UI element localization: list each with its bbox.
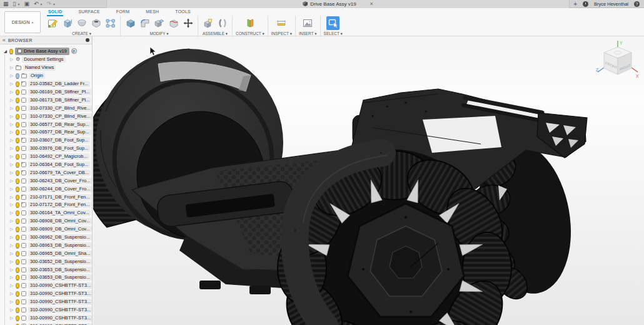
visibility-bulb-icon[interactable] [16, 130, 19, 135]
tree-row-component[interactable]: ▷ 210-06364_DB_Foot_Sup... [2, 161, 92, 169]
tree-row-component[interactable]: ▷ 300-06965_DB_Omni_Sha... [2, 249, 92, 257]
tree-row-component[interactable]: ▷ 300-06963_DB_Suspensio... [2, 241, 92, 249]
tree-row-root[interactable]: ◢ Drive Base Assy v19 ⊕ [2, 46, 92, 56]
tree-row-component[interactable]: ▷ 310-00990_CSHBTTF-ST3... [2, 322, 92, 325]
expand-triangle-icon[interactable]: ▷ [9, 210, 14, 215]
tree-row-component[interactable]: ▷ 300-06244_DB_Cover_Fro... [2, 185, 92, 193]
tree-row-component[interactable]: ▷ 310-06492_CP_Magicrob... [2, 153, 92, 161]
root-options-icon[interactable]: ⊕ [71, 48, 77, 54]
expand-triangle-icon[interactable]: ▷ [9, 73, 14, 78]
app-grid-icon[interactable]: ▦ [3, 1, 9, 7]
construct-plane-icon[interactable] [243, 16, 256, 30]
tree-row-component[interactable]: ▷ 210-07171_DB_Front_Fen... [2, 193, 92, 201]
expand-triangle-icon[interactable]: ▷ [9, 307, 14, 312]
tree-row-component[interactable]: ▷ 300-06908_DB_Omni_Cov... [2, 217, 92, 225]
new-tab-button[interactable]: + [573, 1, 577, 8]
tree-row-component[interactable]: ▷ 310-07330_CP_Blind_Rive... [2, 112, 92, 120]
expand-triangle-icon[interactable]: ▷ [9, 114, 14, 119]
visibility-bulb-icon[interactable] [16, 291, 19, 296]
expand-triangle-icon[interactable]: ▷ [9, 98, 14, 103]
tree-row-component[interactable]: ▷ 310-07330_CP_Blind_Rive... [2, 104, 92, 112]
visibility-bulb-icon[interactable] [16, 81, 19, 86]
document-tab[interactable]: Drive Base Assy v19 × [106, 0, 570, 8]
expand-triangle-icon[interactable]: ▷ [9, 283, 14, 288]
visibility-bulb-icon[interactable] [16, 219, 19, 224]
new-component-icon[interactable] [201, 16, 214, 30]
tree-row-component[interactable]: ▷ 310-00990_CSHBTTF-ST3... [2, 314, 92, 322]
browser-collapse-icon[interactable]: « [3, 37, 6, 43]
tree-row-component[interactable]: ▷ 300-06577_DB_Rear_Sup... [2, 128, 92, 137]
expand-triangle-icon[interactable]: ▷ [9, 227, 14, 232]
user-menu[interactable]: Bryce Heventhal [594, 1, 628, 7]
sketch-pattern-icon[interactable] [104, 16, 117, 30]
visibility-bulb-icon[interactable] [16, 307, 19, 312]
tree-row-component[interactable]: ▷ 210-07172_DB_Front_Fen... [2, 201, 92, 209]
create-sketch-icon[interactable] [46, 16, 59, 30]
tree-row-component[interactable]: ▷ 210-06679_TA_Cover_DB... [2, 168, 92, 177]
extrude-icon[interactable] [61, 16, 74, 30]
expand-triangle-icon[interactable]: ▷ [9, 81, 14, 86]
collapse-triangle-icon[interactable]: ◢ [3, 49, 8, 54]
close-tab-button[interactable]: × [370, 1, 373, 7]
group-assemble-label[interactable]: ASSEMBLE ▾ [203, 31, 228, 36]
expand-triangle-icon[interactable]: ▷ [9, 219, 14, 224]
visibility-bulb-icon[interactable] [16, 98, 19, 103]
expand-triangle-icon[interactable]: ▷ [9, 90, 14, 95]
visibility-bulb-icon[interactable] [9, 49, 13, 54]
browser-settings-icon[interactable] [86, 38, 89, 42]
file-menu-caret-icon[interactable]: ▾ [18, 2, 19, 6]
expand-triangle-icon[interactable]: ▷ [9, 316, 14, 321]
expand-triangle-icon[interactable]: ▷ [9, 291, 14, 296]
tree-row-component[interactable]: ▷ 300-06962_DB_Suspensio... [2, 234, 92, 242]
group-select-label[interactable]: SELECT ▾ [324, 31, 343, 36]
expand-triangle-icon[interactable]: ▷ [9, 267, 14, 272]
visibility-bulb-icon[interactable] [16, 275, 19, 280]
tree-row-component[interactable]: ▷ 300-06243_DB_Cover_Fro... [2, 177, 92, 185]
visibility-bulb-icon[interactable] [16, 299, 19, 304]
expand-triangle-icon[interactable]: ▷ [9, 138, 14, 143]
undo-icon[interactable]: ↶ [34, 1, 39, 7]
visibility-bulb-icon[interactable] [16, 90, 19, 95]
expand-triangle-icon[interactable]: ▷ [9, 259, 14, 264]
visibility-bulb-icon[interactable] [16, 210, 19, 215]
visibility-bulb-icon[interactable] [16, 316, 19, 321]
tree-row-component[interactable]: ▷ 310-00990_CSHBTTF-ST3... [2, 290, 92, 298]
revolve-icon[interactable] [75, 16, 88, 30]
visibility-bulb-icon[interactable] [16, 170, 19, 175]
visibility-bulb-icon[interactable] [16, 122, 19, 127]
tree-row-component[interactable]: ▷ 300-03653_DB_Suspensio... [2, 266, 92, 274]
tree-row-document-settings[interactable]: ▷ ⚙ Document Settings [2, 56, 92, 64]
tree-row-component[interactable]: ▷ 300-03976_DB_Foot_Sup... [2, 145, 92, 153]
measure-icon[interactable] [275, 16, 288, 30]
group-construct-label[interactable]: CONSTRUCT ▾ [236, 31, 264, 36]
insert-image-icon[interactable] [301, 16, 314, 30]
fillet-icon[interactable] [138, 16, 151, 30]
expand-triangle-icon[interactable]: ▷ [9, 106, 14, 111]
hole-icon[interactable] [89, 16, 103, 30]
visibility-bulb-icon[interactable] [16, 267, 19, 272]
help-icon[interactable]: ? [634, 1, 640, 7]
job-status-icon[interactable] [583, 1, 588, 7]
tree-row-component[interactable]: ▷ 300-06169_DB_Stiffner_Pl... [2, 88, 92, 96]
expand-triangle-icon[interactable]: ▷ [9, 170, 14, 175]
file-menu-icon[interactable]: ▯ [13, 1, 16, 7]
visibility-bulb-icon[interactable] [16, 154, 19, 159]
move-icon[interactable] [181, 16, 194, 30]
group-insert-label[interactable]: INSERT ▾ [299, 31, 317, 36]
visibility-bulb-icon[interactable] [16, 283, 19, 288]
viewport-canvas[interactable]: Y Z X FRONT RIGHT [93, 36, 644, 325]
expand-triangle-icon[interactable]: ▷ [9, 146, 14, 151]
group-inspect-label[interactable]: INSPECT ▾ [271, 31, 292, 36]
expand-triangle-icon[interactable]: ▷ [9, 65, 14, 70]
visibility-bulb-icon[interactable] [16, 162, 19, 167]
visibility-bulb-icon[interactable] [16, 227, 19, 232]
expand-triangle-icon[interactable]: ▷ [9, 275, 14, 280]
visibility-bulb-icon[interactable] [16, 235, 19, 240]
visibility-bulb-icon[interactable] [16, 178, 19, 183]
group-modify-label[interactable]: MODIFY ▾ [149, 31, 168, 36]
expand-triangle-icon[interactable]: ▷ [9, 299, 14, 304]
expand-triangle-icon[interactable]: ▷ [9, 251, 14, 256]
visibility-bulb-icon[interactable] [16, 106, 19, 111]
visibility-bulb-icon[interactable] [16, 195, 19, 200]
expand-triangle-icon[interactable]: ▷ [9, 122, 14, 127]
